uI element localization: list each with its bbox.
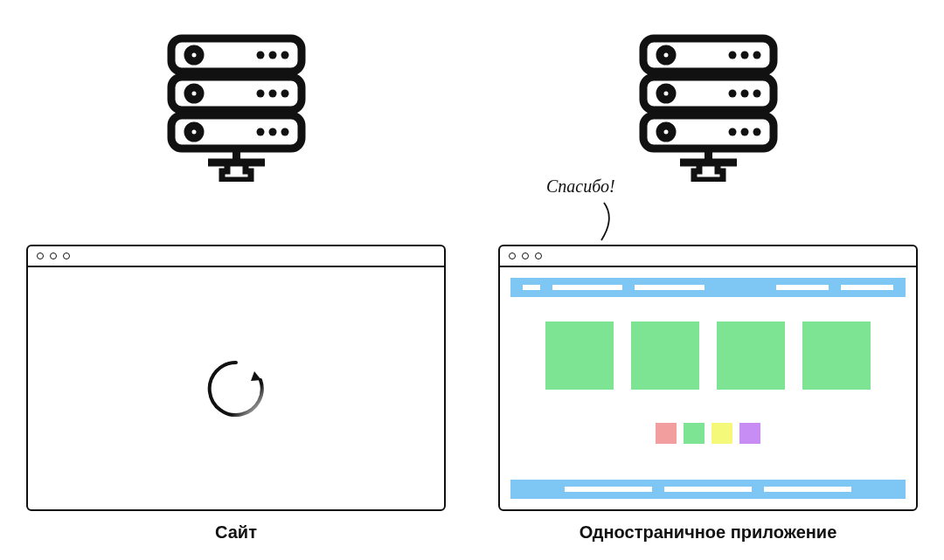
server-icon — [164, 33, 309, 182]
accent-row — [500, 423, 916, 444]
accent-swatch — [739, 423, 760, 444]
svg-point-24 — [740, 52, 748, 59]
header-item — [776, 285, 829, 290]
window-control-dot — [509, 252, 516, 259]
card-row — [500, 321, 916, 390]
speech-connector — [600, 201, 626, 245]
svg-point-8 — [281, 52, 288, 59]
card — [631, 321, 699, 390]
header-item — [841, 285, 893, 290]
window-control-dot — [50, 252, 57, 259]
speech-text: Спасибо! — [546, 176, 615, 197]
svg-point-14 — [281, 128, 288, 136]
footer-item — [565, 487, 652, 492]
window-control-dot — [37, 252, 44, 259]
svg-point-4 — [188, 87, 200, 100]
svg-point-9 — [256, 90, 264, 98]
header-item — [635, 285, 705, 290]
browser-titlebar — [28, 246, 444, 267]
window-control-dot — [63, 252, 70, 259]
window-control-dot — [522, 252, 529, 259]
svg-point-28 — [753, 90, 760, 98]
svg-point-11 — [281, 90, 288, 98]
left-column: Сайт — [26, 0, 446, 182]
window-control-dot — [535, 252, 542, 259]
svg-point-25 — [753, 52, 760, 59]
caption-left: Сайт — [26, 522, 446, 543]
svg-point-20 — [660, 49, 672, 61]
footer-bar — [510, 480, 906, 499]
svg-point-12 — [256, 128, 264, 136]
svg-point-10 — [268, 90, 276, 98]
server-icon-right — [498, 33, 918, 182]
server-icon-left — [26, 33, 446, 182]
browser-window-left — [26, 245, 446, 511]
svg-point-30 — [740, 128, 748, 136]
svg-point-21 — [660, 87, 672, 100]
svg-point-5 — [188, 126, 200, 138]
right-column: Спасибо! — [498, 0, 918, 182]
card — [802, 321, 871, 390]
card — [545, 321, 614, 390]
svg-point-22 — [660, 126, 672, 138]
svg-point-31 — [753, 128, 760, 136]
accent-swatch — [711, 423, 732, 444]
svg-point-13 — [268, 128, 276, 136]
svg-point-29 — [728, 128, 736, 136]
browser-window-right — [498, 245, 918, 511]
svg-point-7 — [268, 52, 276, 59]
header-item — [523, 285, 540, 290]
accent-swatch — [656, 423, 677, 444]
svg-point-23 — [728, 52, 736, 59]
caption-right: Одностраничное приложение — [498, 522, 918, 543]
header-item — [552, 285, 622, 290]
server-icon — [636, 33, 781, 182]
footer-item — [664, 487, 752, 492]
loading-spinner — [28, 267, 444, 509]
footer-item — [764, 487, 851, 492]
card — [717, 321, 785, 390]
browser-titlebar — [500, 246, 916, 267]
header-bar — [510, 278, 906, 297]
svg-point-27 — [740, 90, 748, 98]
svg-point-3 — [188, 49, 200, 61]
accent-swatch — [684, 423, 705, 444]
svg-point-6 — [256, 52, 264, 59]
spa-content — [500, 267, 916, 509]
svg-point-26 — [728, 90, 736, 98]
spinner-icon — [199, 352, 273, 425]
